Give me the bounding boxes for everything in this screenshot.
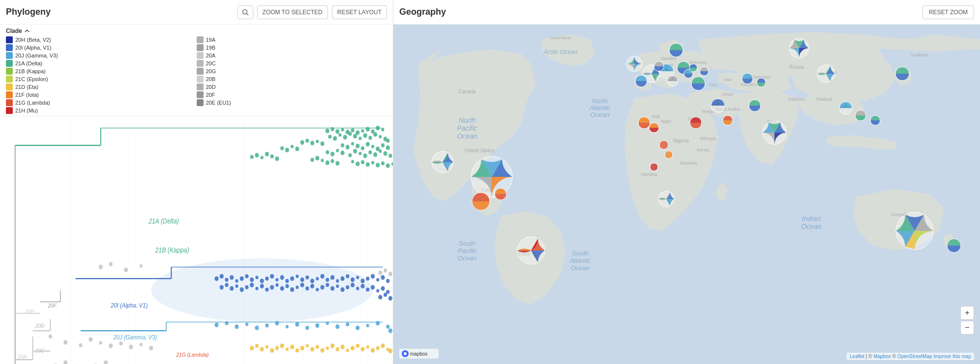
svg-text:Ethiopia: Ethiopia bbox=[700, 136, 716, 141]
svg-point-35 bbox=[376, 126, 380, 130]
legend-swatch-21H bbox=[6, 107, 13, 114]
svg-text:Pacific: Pacific bbox=[457, 124, 477, 132]
svg-point-239 bbox=[360, 347, 364, 351]
svg-point-78 bbox=[373, 152, 377, 157]
svg-point-114 bbox=[245, 274, 248, 278]
map-container[interactable]: North Pacific Ocean North Atlantic Ocean… bbox=[393, 25, 980, 364]
svg-point-72 bbox=[340, 151, 344, 155]
svg-point-184 bbox=[214, 323, 218, 327]
svg-point-122 bbox=[285, 279, 289, 283]
svg-point-82 bbox=[250, 155, 254, 159]
zoom-out-button[interactable]: − bbox=[960, 321, 974, 335]
svg-point-192 bbox=[295, 322, 299, 327]
legend-item-21C: 21C (Epsilon) bbox=[6, 76, 197, 83]
svg-point-196 bbox=[335, 324, 339, 329]
svg-point-240 bbox=[366, 345, 369, 349]
svg-point-65 bbox=[371, 145, 374, 148]
svg-point-141 bbox=[381, 275, 385, 280]
legend-label-20H: 20H (Beta, V2) bbox=[15, 37, 51, 43]
svg-text:20A: 20A bbox=[17, 353, 27, 360]
svg-text:Mali: Mali bbox=[652, 114, 660, 119]
svg-point-145 bbox=[230, 286, 234, 290]
zoom-to-selected-button[interactable]: ZOOM TO SELECTED bbox=[257, 5, 328, 19]
svg-point-84 bbox=[261, 156, 264, 159]
legend-label-20D: 20D bbox=[206, 84, 216, 90]
legend-label-20A: 20A bbox=[206, 53, 216, 58]
svg-point-97 bbox=[366, 162, 370, 167]
svg-point-230 bbox=[316, 345, 319, 349]
mapbox-link[interactable]: Mapbox bbox=[873, 354, 891, 359]
svg-point-53 bbox=[320, 141, 324, 146]
svg-point-335 bbox=[384, 269, 387, 273]
zoom-in-button[interactable]: + bbox=[960, 306, 974, 320]
svg-text:Ocean: Ocean bbox=[571, 264, 590, 272]
svg-point-167 bbox=[340, 287, 344, 292]
svg-point-138 bbox=[366, 277, 369, 280]
svg-point-74 bbox=[353, 149, 357, 153]
leaflet-link[interactable]: Leaflet bbox=[850, 354, 864, 359]
legend-item-19B: 19B bbox=[197, 44, 387, 51]
svg-point-197 bbox=[346, 322, 349, 326]
svg-text:Oman: Oman bbox=[722, 92, 734, 97]
legend-right-col: 19A19B20A20C20G20B20D20F20E (EU1) bbox=[197, 36, 387, 114]
legend-swatch-20I bbox=[6, 44, 13, 51]
svg-point-133 bbox=[340, 276, 344, 280]
svg-point-59 bbox=[341, 143, 344, 147]
svg-point-38 bbox=[333, 136, 337, 140]
legend-item-20H: 20H (Beta, V2) bbox=[6, 36, 197, 43]
svg-text:Canada: Canada bbox=[458, 89, 475, 94]
svg-point-46 bbox=[373, 132, 377, 137]
svg-point-194 bbox=[315, 323, 319, 328]
svg-point-140 bbox=[376, 278, 379, 281]
svg-text:Iraq: Iraq bbox=[709, 82, 717, 87]
legend-swatch-20A bbox=[197, 52, 204, 59]
improve-map-link[interactable]: Improve this map bbox=[933, 354, 971, 359]
map-svg: North Pacific Ocean North Atlantic Ocean… bbox=[393, 25, 980, 364]
svg-point-157 bbox=[290, 287, 294, 292]
svg-text:United States: United States bbox=[465, 148, 494, 153]
legend-label-21D: 21D (Eta) bbox=[15, 84, 38, 90]
svg-point-45 bbox=[368, 136, 372, 140]
svg-text:Pakistan: Pakistan bbox=[788, 97, 805, 102]
svg-point-94 bbox=[351, 160, 354, 163]
svg-point-149 bbox=[250, 282, 254, 287]
legend-swatch-20J bbox=[6, 52, 13, 59]
openstreetmap-link[interactable]: OpenStreetMap bbox=[897, 354, 932, 359]
legend-item-20I: 20I (Alpha, V1) bbox=[6, 44, 197, 51]
geography-header: Geography RESET ZOOM bbox=[393, 0, 980, 25]
svg-point-36 bbox=[381, 128, 384, 132]
svg-text:Nigeria: Nigeria bbox=[673, 138, 689, 143]
svg-point-228 bbox=[306, 344, 309, 347]
svg-point-42 bbox=[353, 134, 357, 138]
svg-point-162 bbox=[316, 288, 319, 291]
svg-point-190 bbox=[275, 321, 279, 325]
svg-text:South: South bbox=[459, 240, 475, 247]
svg-point-188 bbox=[255, 326, 259, 330]
svg-text:Russia: Russia bbox=[789, 64, 804, 70]
svg-text:Tanzania: Tanzania bbox=[680, 161, 697, 166]
map-zoom-controls: + − bbox=[960, 306, 974, 335]
svg-point-171 bbox=[360, 284, 364, 288]
svg-point-110 bbox=[225, 278, 228, 281]
svg-point-123 bbox=[290, 276, 294, 280]
svg-point-39 bbox=[338, 133, 341, 137]
svg-point-147 bbox=[240, 287, 244, 292]
svg-point-109 bbox=[220, 274, 224, 279]
svg-point-126 bbox=[305, 276, 309, 280]
reset-layout-button[interactable]: RESET LAYOUT bbox=[332, 5, 387, 19]
svg-point-151 bbox=[260, 284, 264, 288]
reset-zoom-button[interactable]: RESET ZOOM bbox=[922, 5, 974, 19]
svg-text:21G (Lambda): 21G (Lambda) bbox=[176, 352, 209, 358]
svg-point-76 bbox=[363, 153, 367, 158]
svg-point-314 bbox=[99, 265, 103, 269]
search-icon bbox=[242, 9, 249, 16]
svg-point-234 bbox=[336, 347, 339, 351]
svg-text:Thailand: Thailand bbox=[815, 97, 832, 102]
svg-point-115 bbox=[250, 278, 254, 282]
svg-point-222 bbox=[275, 346, 279, 350]
svg-point-101 bbox=[386, 164, 390, 168]
search-button[interactable] bbox=[238, 5, 253, 19]
svg-text:20D: 20D bbox=[35, 323, 45, 329]
svg-point-323 bbox=[109, 343, 113, 348]
legend-swatch-21D bbox=[6, 84, 13, 90]
